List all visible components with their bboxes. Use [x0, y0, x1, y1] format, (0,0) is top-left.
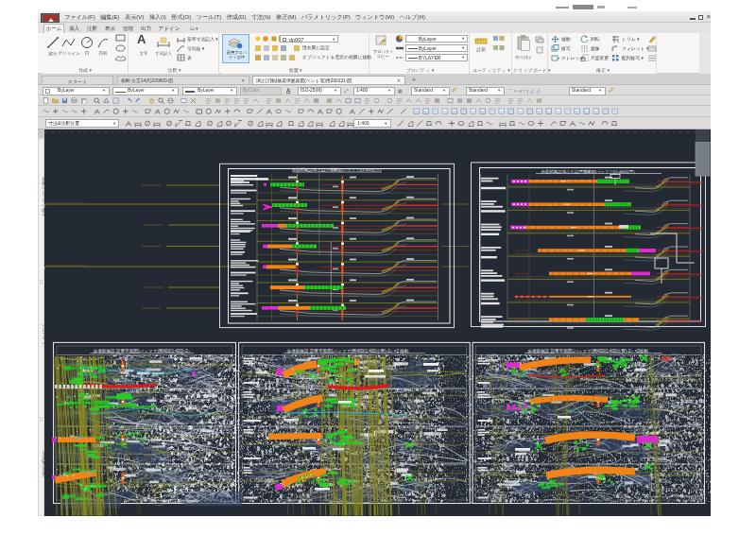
svg-text:318: 318 — [44, 267, 45, 270]
svg-text:歩道部施設(地上工)設置横断図(バッファ)(1:400位置): 歩道部施設(地上工)設置横断図(バッファ)(1:400位置) — [541, 169, 635, 174]
svg-text:318: 318 — [44, 204, 45, 208]
svg-text:歩道部施設(地上)設置横断図(バッファ)(1:400位置): 歩道部施設(地上)設置横断図(バッファ)(1:400位置) — [292, 167, 382, 172]
